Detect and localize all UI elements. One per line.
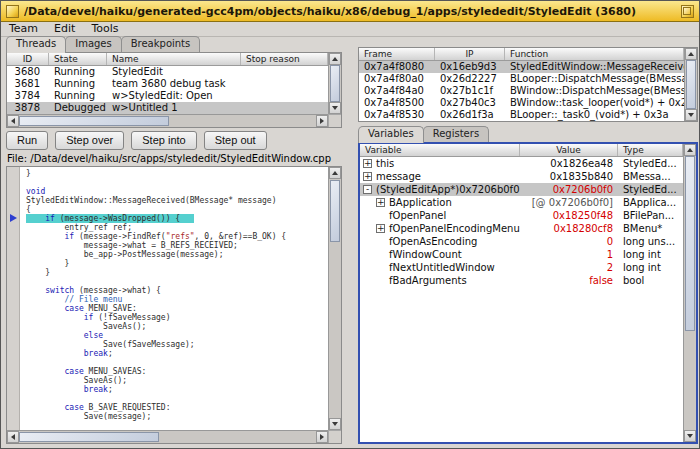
tab-images[interactable]: Images	[65, 36, 122, 52]
stack-frame-row[interactable]: 0x7a4f84a00x27b1c1fBWindow::DispatchMess…	[359, 85, 684, 97]
zoom-icon[interactable]	[681, 5, 694, 18]
source-horizontal-scrollbar[interactable]	[7, 430, 328, 443]
column-header-ip[interactable]: IP	[435, 48, 505, 60]
stack-vertical-scrollbar[interactable]	[684, 48, 697, 121]
thread-row[interactable]: 3784Runningw>StyledEdit: Open	[7, 90, 328, 102]
variable-row[interactable]: -(StyledEditApp*)0x7206b0f00x7206b0f0Sty…	[360, 183, 683, 196]
expand-icon[interactable]: +	[376, 224, 385, 233]
variable-type: StyledEd...	[618, 157, 683, 170]
scroll-up-icon[interactable]	[684, 144, 696, 156]
scroll-up-icon[interactable]	[685, 48, 697, 60]
expand-icon[interactable]: +	[363, 159, 372, 168]
code-line-text: break;	[26, 349, 113, 358]
tab-variables[interactable]: Variables	[358, 126, 424, 143]
variables-vertical-scrollbar[interactable]	[683, 144, 696, 442]
variable-row[interactable]: fOpenPanel0x18250f48BFilePan...	[360, 209, 683, 222]
scroll-down-icon[interactable]	[329, 418, 341, 430]
variable-name: +BApplication	[360, 196, 520, 209]
stack-frame-row[interactable]: 0x7a4f80800x16eb9d3StyledEditWindow::Mes…	[359, 61, 684, 73]
menu-item-tools[interactable]: Tools	[83, 22, 126, 36]
stack-frame-row[interactable]: 0x7a4f80a00x26d2227BLooper::DispatchMess…	[359, 73, 684, 85]
code-line: entry_ref ref;	[26, 223, 328, 232]
step-out-button[interactable]: Step out	[204, 131, 267, 150]
variable-row[interactable]: +this0x1826ea48StyledEd...	[360, 157, 683, 170]
column-header-function[interactable]: Function	[505, 48, 684, 60]
code-line-text: void	[26, 187, 45, 196]
scrollbar-thumb[interactable]	[19, 116, 169, 126]
column-header-variable[interactable]: Variable	[360, 144, 520, 156]
variable-row[interactable]: +fOpenPanelEncodingMenu0x18280cf8BMenu*	[360, 222, 683, 235]
scrollbar-thumb[interactable]	[686, 60, 696, 109]
menu-item-team[interactable]: Team	[1, 22, 46, 36]
title-bar[interactable]: /Data/devel/haiku/generated-gcc4pm/objec…	[1, 1, 699, 22]
variable-row[interactable]: fNextUntitledWindow2long int	[360, 261, 683, 274]
scroll-down-icon[interactable]	[684, 430, 696, 442]
scroll-up-icon[interactable]	[329, 167, 341, 179]
stack-frame-row-ip: 0x26d1f3a	[435, 109, 505, 121]
scrollbar-thumb[interactable]	[330, 180, 340, 242]
stack-frame-row[interactable]: 0x7a4f85000x27b40c3BWindow::task_looper(…	[359, 97, 684, 109]
code-token: }	[26, 259, 69, 268]
run-button[interactable]: Run	[6, 131, 48, 150]
source-vertical-scrollbar[interactable]	[328, 167, 341, 430]
variable-row[interactable]: fOpenAsEncoding0long uns...	[360, 235, 683, 248]
scrollbar-thumb[interactable]	[19, 432, 159, 442]
scroll-left-icon[interactable]	[7, 115, 19, 127]
expand-icon[interactable]: +	[363, 172, 372, 181]
variable-row[interactable]: fWindowCount1long int	[360, 248, 683, 261]
column-header-value[interactable]: Value	[520, 144, 618, 156]
variable-row[interactable]: +BApplication[@ 0x7206b0f0]BApplica...	[360, 196, 683, 209]
splitter-vertical[interactable]	[343, 37, 358, 444]
step-into-button[interactable]: Step into	[131, 131, 196, 150]
collapse-icon[interactable]: -	[363, 185, 372, 194]
close-icon[interactable]	[6, 5, 19, 18]
tab-breakpoints[interactable]: Breakpoints	[121, 36, 201, 52]
code-line	[26, 178, 328, 187]
code-line: }	[26, 268, 328, 277]
breakpoint-gutter[interactable]	[7, 167, 20, 430]
stack-table-header: FrameIPFunction	[359, 48, 684, 61]
scroll-right-icon[interactable]	[316, 431, 328, 443]
threads-table-body: 3680RunningStyledEdit3681Runningteam 368…	[7, 66, 328, 114]
thread-row[interactable]: 3681Runningteam 3680 debug task	[7, 78, 328, 90]
column-header-type[interactable]: Type	[618, 144, 683, 156]
menu-item-edit[interactable]: Edit	[46, 22, 83, 36]
scroll-down-icon[interactable]	[329, 102, 341, 114]
variables-table: VariableValueType +this0x1826ea48StyledE…	[358, 142, 698, 444]
threads-vertical-scrollbar[interactable]	[328, 53, 341, 114]
scrollbar-thumb[interactable]	[685, 156, 695, 331]
column-header-name[interactable]: Name	[107, 53, 241, 65]
thread-row[interactable]: 3680RunningStyledEdit	[7, 66, 328, 78]
scroll-down-icon[interactable]	[685, 109, 697, 121]
scrollbar-thumb[interactable]	[330, 65, 340, 102]
stack-frame-row-frame: 0x7a4f8080	[359, 61, 435, 73]
variable-name: +message	[360, 170, 520, 183]
expand-icon[interactable]: +	[376, 198, 385, 207]
code-line: switch (message->what) {	[26, 286, 328, 295]
column-header-stop-reason[interactable]: Stop reason	[241, 53, 328, 65]
code-line-text: switch (message->what) {	[26, 286, 161, 295]
scroll-up-icon[interactable]	[329, 53, 341, 65]
code-line: break;	[26, 349, 328, 358]
column-header-state[interactable]: State	[49, 53, 107, 65]
code-line: message->what = B_REFS_RECEIVED;	[26, 241, 328, 250]
source-code[interactable]: } voidStyledEditWindow::MessageReceived(…	[21, 167, 328, 430]
tab-registers[interactable]: Registers	[423, 126, 489, 142]
threads-horizontal-scrollbar[interactable]	[7, 114, 328, 127]
scroll-right-icon[interactable]	[316, 115, 328, 127]
code-token	[26, 403, 65, 412]
column-header-frame[interactable]: Frame	[359, 48, 435, 60]
step-over-button[interactable]: Step over	[55, 131, 124, 150]
code-token: // File menu	[65, 295, 123, 304]
variable-row[interactable]: fBadArgumentsfalsebool	[360, 274, 683, 287]
code-line-text: Save(message);	[26, 412, 151, 421]
stack-frame-row[interactable]: 0x7a4f85300x26d1f3aBLooper::_task0_(void…	[359, 109, 684, 121]
scroll-left-icon[interactable]	[7, 431, 19, 443]
column-header-id[interactable]: ID	[7, 53, 49, 65]
thread-row[interactable]: 3878Debuggedw>Untitled 1	[7, 102, 328, 114]
variable-value: 2	[520, 261, 618, 274]
tab-threads[interactable]: Threads	[6, 36, 66, 53]
code-line: SaveAs();	[26, 376, 328, 385]
variable-row[interactable]: +message0x1835b840BMessa...	[360, 170, 683, 183]
code-line-text: }	[26, 268, 50, 277]
